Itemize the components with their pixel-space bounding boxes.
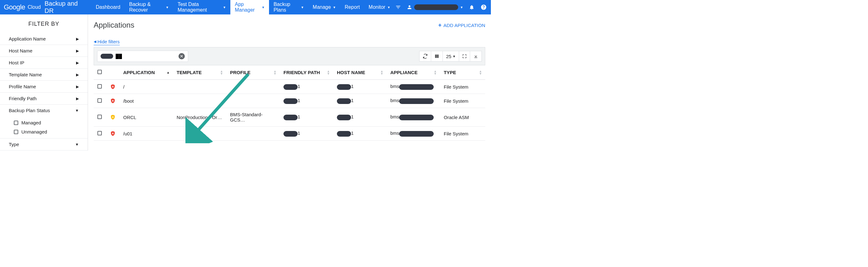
cell-host-name: 1 [333, 94, 386, 108]
refresh-icon [423, 54, 428, 59]
cell-application: / [119, 80, 173, 94]
cell-template [173, 127, 226, 141]
filter-label: Host Name [9, 48, 32, 54]
row-checkbox[interactable] [97, 98, 102, 103]
filter-option-managed[interactable]: Managed [14, 118, 79, 127]
filter-label: Profile Name [9, 84, 36, 89]
cell-friendly-path: 1 [280, 127, 333, 141]
refresh-button[interactable] [419, 51, 431, 62]
col-type[interactable]: TYPE [444, 70, 456, 75]
cell-host-name: 1 [333, 127, 386, 141]
columns-button[interactable] [431, 51, 443, 62]
chevron-down-icon: ▼ [460, 6, 463, 9]
table-row[interactable]: /u0111bmsFile System [94, 127, 485, 141]
cell-appliance: bms [386, 94, 440, 108]
help-icon[interactable] [480, 4, 487, 11]
sort-asc-icon: ▲ [166, 71, 170, 74]
page-size-select[interactable]: 25 ▼ [443, 51, 459, 62]
filter-option-unmanaged[interactable]: Unmanaged [14, 127, 79, 136]
filter-host-name[interactable]: Host Name▶ [0, 45, 88, 57]
table-row[interactable]: ORCLNonProduction - Or…BMS-Standard-GCS…… [94, 108, 485, 127]
caret-right-icon: ▶ [76, 96, 79, 101]
nav-backup-plans[interactable]: Backup Plans▼ [269, 0, 308, 14]
chevron-down-icon: ▼ [261, 6, 265, 9]
product-name: Backup and DR [44, 0, 85, 14]
col-friendly-path[interactable]: FRIENDLY PATH [283, 70, 320, 75]
cell-friendly-path: 1 [280, 80, 333, 94]
cell-template [173, 80, 226, 94]
shield-red-icon [110, 130, 116, 137]
svg-rect-1 [436, 55, 437, 58]
col-profile[interactable]: PROFILE [230, 70, 250, 75]
search-box: ✕ [97, 51, 188, 62]
filter-host-ip[interactable]: Host IP▶ [0, 57, 88, 69]
sort-icon: ▲▼ [479, 70, 482, 75]
nav-monitor[interactable]: Monitor▼ [364, 0, 395, 14]
nav-app-manager-label: App Manager [235, 2, 259, 13]
col-template[interactable]: TEMPLATE [177, 70, 202, 75]
nav-backup-recover[interactable]: Backup & Recover▼ [125, 0, 173, 14]
table-row[interactable]: /11bmsFile System [94, 80, 485, 94]
fullscreen-button[interactable] [459, 51, 470, 62]
cloud-logo-text: Cloud [28, 4, 41, 10]
nav-report[interactable]: Report [340, 0, 364, 14]
chevron-down-icon: ▼ [301, 6, 304, 9]
applications-table: APPLICATION▲ TEMPLATE▲▼ PROFILE▲▼ FRIEND… [94, 65, 485, 141]
chevron-down-icon: ▼ [166, 6, 169, 9]
nav-app-manager[interactable]: App Manager▼ [230, 0, 269, 14]
cell-template [173, 94, 226, 108]
caret-right-icon: ▶ [76, 37, 79, 41]
search-input[interactable] [116, 54, 122, 59]
download-icon [473, 54, 478, 59]
cell-type: File System [440, 94, 485, 108]
nav-test-data[interactable]: Test Data Management▼ [173, 0, 230, 14]
filter-profile-name[interactable]: Profile Name▶ [0, 81, 88, 93]
caret-right-icon: ▶ [76, 49, 79, 53]
cell-profile [226, 80, 280, 94]
hide-filters-toggle[interactable]: ◀ Hide filters [94, 39, 120, 45]
col-host-name[interactable]: HOST NAME [337, 70, 365, 75]
bell-icon[interactable] [468, 4, 475, 11]
chevron-down-icon: ▼ [387, 6, 390, 9]
shield-red-icon [110, 98, 116, 104]
chevron-down-icon: ▼ [223, 6, 226, 9]
caret-right-icon: ▶ [76, 73, 79, 77]
shield-yellow-icon [110, 114, 116, 120]
table-toolbar: ✕ 25 ▼ [94, 47, 485, 65]
cell-friendly-path: 1 [280, 108, 333, 127]
nav-dashboard[interactable]: Dashboard [91, 0, 125, 14]
filter-type[interactable]: Type▼ [0, 138, 88, 151]
filter-label: Application Name [9, 36, 46, 41]
select-all-checkbox[interactable] [97, 70, 102, 74]
nav-report-label: Report [345, 4, 360, 10]
user-menu[interactable]: ▼ [407, 4, 463, 10]
nav-manage[interactable]: Manage▼ [308, 0, 340, 14]
col-appliance[interactable]: APPLIANCE [390, 70, 418, 75]
filter-option-label: Managed [21, 120, 41, 125]
filter-application-name[interactable]: Application Name▶ [0, 33, 88, 45]
clear-search-button[interactable]: ✕ [179, 53, 185, 59]
nav-test-data-label: Test Data Management [178, 2, 221, 13]
table-row[interactable]: /boot11bmsFile System [94, 94, 485, 108]
nav-monitor-label: Monitor [369, 4, 385, 10]
row-checkbox[interactable] [97, 115, 102, 119]
col-application[interactable]: APPLICATION [123, 70, 155, 75]
row-checkbox[interactable] [97, 84, 102, 89]
cell-profile [226, 127, 280, 141]
svg-rect-2 [438, 55, 439, 58]
cell-profile: BMS-Standard-GCS… [226, 108, 280, 127]
columns-icon [434, 54, 439, 59]
filter-template-name[interactable]: Template Name▶ [0, 69, 88, 81]
cell-template: NonProduction - Or… [173, 108, 226, 127]
filter-friendly-path[interactable]: Friendly Path▶ [0, 93, 88, 105]
filter-backup-plan-status[interactable]: Backup Plan Status▼ [0, 105, 88, 116]
filter-option-label: Unmanaged [21, 129, 47, 134]
add-application-button[interactable]: + ADD APPLICATION [438, 22, 485, 29]
filter-icon[interactable] [395, 4, 402, 11]
plus-icon: + [438, 22, 441, 29]
nav-dashboard-label: Dashboard [96, 4, 120, 10]
row-checkbox[interactable] [97, 131, 102, 135]
caret-right-icon: ▶ [76, 85, 79, 89]
caret-down-icon: ▼ [75, 142, 79, 147]
download-button[interactable] [470, 51, 482, 62]
